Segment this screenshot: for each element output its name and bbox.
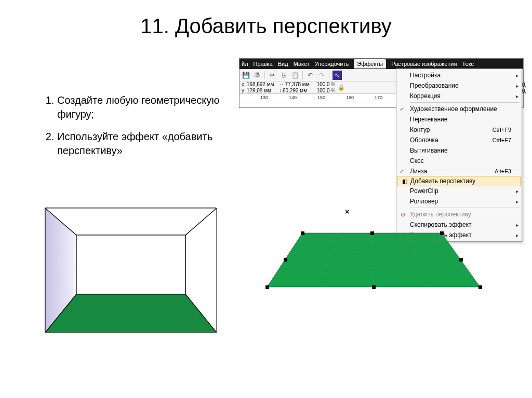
- perspective-icon: ◧: [401, 177, 408, 185]
- mi-transform[interactable]: Преобразование▸: [396, 80, 522, 91]
- mi-rollover[interactable]: Ролловер▸: [396, 196, 522, 207]
- mi-extrude[interactable]: Вытягивание: [396, 145, 522, 156]
- mi-bevel[interactable]: Скос: [396, 156, 522, 166]
- prop-extra2: 0,: [522, 88, 526, 94]
- menu-file[interactable]: йл: [242, 61, 248, 67]
- mi-artmedia[interactable]: ✓Художественное оформление: [396, 104, 522, 114]
- ruler-160: 160: [346, 95, 354, 100]
- lock-icon[interactable]: 🔒: [338, 84, 345, 91]
- mi-lens[interactable]: ✓ЛинзаAlt+F3: [396, 166, 522, 176]
- menu-layout[interactable]: Макет: [294, 61, 310, 67]
- undo-icon[interactable]: ↶: [306, 71, 314, 79]
- effects-dropdown: Настройка▸ Преобразование▸ Коррекция▸ ✓Х…: [396, 68, 522, 242]
- menu-edit[interactable]: Правка: [254, 61, 273, 67]
- pct1: %: [331, 81, 336, 87]
- room-perspective-illustration: [45, 208, 216, 332]
- check-icon: ✓: [400, 106, 404, 113]
- mi-copy-effect[interactable]: Скопировать эффект▸: [396, 219, 522, 230]
- room-svg: [45, 208, 217, 333]
- handle-br[interactable]: [478, 285, 482, 289]
- slide-title: 11. Добавить перспективу: [0, 0, 532, 38]
- prop-sx[interactable]: 100,0: [317, 81, 330, 87]
- mi-contour[interactable]: КонтурCtrl+F9: [396, 125, 522, 135]
- svg-rect-3: [76, 235, 185, 294]
- mi-envelope[interactable]: ОболочкаCtrl+F7: [396, 135, 522, 145]
- ruler-170: 170: [375, 95, 382, 100]
- print-icon[interactable]: 🖶: [253, 71, 261, 79]
- instructions-block: Создайте любую геометрическую фигуру; Ис…: [44, 93, 231, 166]
- mi-powerclip[interactable]: PowerClip▸: [396, 186, 522, 196]
- handle-ml[interactable]: [284, 258, 287, 262]
- handle-bc[interactable]: [372, 285, 376, 289]
- copy-icon[interactable]: ⎘: [280, 71, 288, 79]
- prop-w[interactable]: 77,378 мм: [285, 81, 309, 87]
- ruler-140: 140: [289, 95, 297, 100]
- menu-bitmaps[interactable]: Растровые изображения: [391, 61, 457, 67]
- mi-correction[interactable]: Коррекция▸: [396, 91, 522, 101]
- prop-x[interactable]: 168,692 мм: [247, 81, 274, 87]
- mi-add-perspective[interactable]: ◧Добавить перспективу: [397, 176, 521, 186]
- ruler-150: 150: [317, 95, 325, 100]
- menu-text[interactable]: Текс: [462, 61, 474, 67]
- menu-effects[interactable]: Эффекты: [354, 59, 386, 68]
- instruction-2: Используйте эффект «добавить перспективу…: [57, 130, 231, 158]
- instruction-1: Создайте любую геометрическую фигуру;: [57, 93, 231, 121]
- handle-tr[interactable]: [440, 231, 444, 235]
- menu-view[interactable]: Вид: [278, 61, 288, 67]
- prop-extra: 0,: [522, 82, 526, 88]
- cut-icon[interactable]: ✂: [268, 71, 276, 79]
- mi-clear-perspective: ⊘Удалить перспективу: [396, 209, 522, 219]
- tool-active-icon[interactable]: ↖: [332, 71, 342, 80]
- redo-icon[interactable]: ↷: [317, 71, 326, 79]
- perspective-canvas-shape[interactable]: [260, 231, 488, 291]
- svg-marker-5: [267, 233, 480, 287]
- menu-arrange[interactable]: Упорядочить: [315, 61, 349, 67]
- save-icon[interactable]: 💾: [242, 71, 250, 79]
- paste-icon[interactable]: 📋: [291, 71, 299, 79]
- check-icon-2: ✓: [400, 168, 404, 175]
- handle-tc[interactable]: [370, 231, 374, 235]
- prop-h[interactable]: 60,292 мм: [283, 88, 307, 93]
- ruler-130: 130: [260, 95, 268, 100]
- mi-adjust[interactable]: Настройка▸: [396, 70, 522, 80]
- menubar: йл Правка Вид Макет Упорядочить Эффекты …: [240, 59, 523, 69]
- prop-y[interactable]: 129,08 мм: [247, 88, 271, 93]
- handle-bl[interactable]: [265, 285, 269, 289]
- forbidden-icon: ⊘: [399, 211, 407, 218]
- vanishing-point-mark: ×: [345, 208, 349, 216]
- mi-blend[interactable]: Перетекание: [396, 114, 522, 125]
- handle-mr[interactable]: [459, 258, 463, 262]
- pct2: %: [331, 88, 336, 93]
- handle-tl[interactable]: [301, 231, 304, 235]
- prop-sy[interactable]: 100,0: [317, 88, 330, 93]
